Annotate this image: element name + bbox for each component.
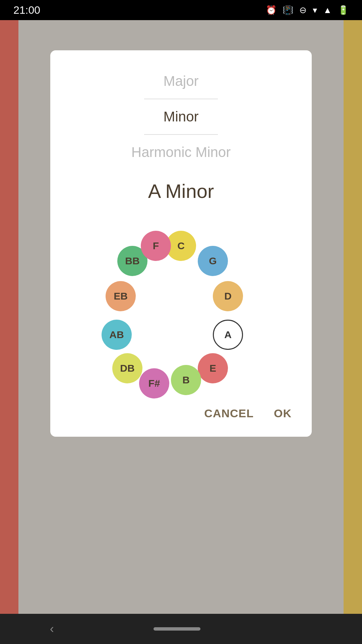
scale-title: A Minor bbox=[148, 180, 214, 202]
note-eb[interactable]: EB bbox=[106, 281, 136, 311]
note-db[interactable]: DB bbox=[112, 353, 142, 383]
dialog-overlay: Major Minor Harmonic Minor A Minor CGDAE… bbox=[0, 20, 362, 614]
note-fsharp[interactable]: F# bbox=[139, 368, 169, 398]
vibrate-icon: 📳 bbox=[283, 5, 293, 15]
nav-bar: ‹ bbox=[0, 614, 362, 644]
ok-button[interactable]: OK bbox=[274, 407, 292, 420]
note-a[interactable]: A bbox=[213, 320, 243, 350]
battery-icon: 🔋 bbox=[338, 5, 349, 15]
note-g[interactable]: G bbox=[198, 246, 228, 276]
home-indicator[interactable] bbox=[154, 627, 200, 631]
dnd-icon: ⊖ bbox=[299, 5, 307, 15]
signal-icon: ▲ bbox=[323, 5, 332, 15]
scale-option-harmonic-minor[interactable]: Harmonic Minor bbox=[50, 135, 312, 170]
alarm-icon: ⏰ bbox=[266, 5, 277, 15]
note-d[interactable]: D bbox=[213, 281, 243, 311]
note-e[interactable]: E bbox=[198, 353, 228, 383]
note-b[interactable]: B bbox=[171, 365, 201, 395]
note-ab[interactable]: AB bbox=[102, 320, 132, 350]
note-f[interactable]: F bbox=[141, 231, 171, 261]
status-icons: ⏰ 📳 ⊖ ▾ ▲ 🔋 bbox=[266, 5, 349, 15]
cancel-button[interactable]: CANCEL bbox=[204, 407, 254, 420]
back-button[interactable]: ‹ bbox=[50, 622, 54, 636]
wifi-icon: ▾ bbox=[313, 5, 317, 15]
circle-of-fifths: CGDAEBF#DBABEBBBF bbox=[94, 216, 268, 390]
scale-option-minor[interactable]: Minor bbox=[50, 99, 312, 134]
scale-option-major[interactable]: Major bbox=[50, 64, 312, 99]
status-bar: 21:00 ⏰ 📳 ⊖ ▾ ▲ 🔋 bbox=[0, 0, 362, 20]
scale-picker-dialog: Major Minor Harmonic Minor A Minor CGDAE… bbox=[50, 50, 312, 437]
status-time: 21:00 bbox=[13, 4, 40, 16]
dialog-buttons: CANCEL OK bbox=[50, 407, 312, 420]
